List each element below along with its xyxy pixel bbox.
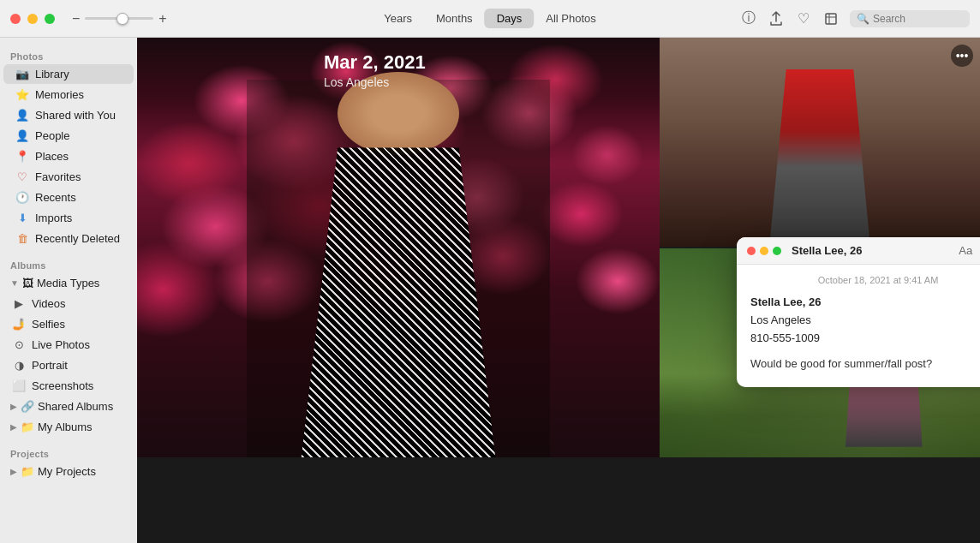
search-icon: 🔍: [857, 13, 869, 25]
my-albums-arrow: ▶: [10, 422, 17, 432]
note-title: Stella Lee, 26: [792, 244, 952, 257]
sidebar-item-people[interactable]: 👤 People: [3, 126, 134, 146]
search-input[interactable]: [873, 13, 963, 25]
sidebar-label-favorites: Favorites: [35, 170, 81, 183]
side-photo-1[interactable]: •••: [660, 38, 980, 247]
sidebar-item-imports[interactable]: ⬇ Imports: [3, 208, 134, 228]
sidebar-label-portrait: Portrait: [32, 359, 68, 372]
close-button[interactable]: [10, 14, 21, 24]
minimize-button[interactable]: [27, 14, 38, 24]
sidebar-label-live-photos: Live Photos: [32, 338, 90, 351]
sidebar: Photos 📷 Library ⭐ Memories 👤 Shared wit…: [0, 38, 137, 543]
sidebar-item-shared-albums[interactable]: ▶ 🔗 Shared Albums: [3, 397, 134, 416]
recents-icon: 🕐: [15, 191, 29, 204]
portrait-icon: ◑: [12, 359, 26, 372]
sidebar-item-favorites[interactable]: ♡ Favorites: [3, 167, 134, 187]
sidebar-section-photos: Photos: [0, 46, 137, 63]
toolbar-right: ⓘ ♡ 🔍: [740, 10, 970, 27]
imports-icon: ⬇: [15, 212, 29, 224]
my-projects-icon: 📁: [21, 465, 34, 478]
shared-albums-icon: 🔗: [21, 400, 34, 413]
shared-albums-arrow: ▶: [10, 402, 17, 411]
sidebar-section-projects: Projects: [0, 444, 137, 461]
memories-icon: ⭐: [15, 88, 29, 101]
note-popup: Stella Lee, 26 Aa ≡ >> October 18, 2021 …: [737, 237, 980, 387]
sidebar-item-memories[interactable]: ⭐ Memories: [3, 85, 134, 104]
tab-days[interactable]: Days: [485, 9, 535, 28]
note-body: October 18, 2021 at 9:41 AM Stella Lee, …: [737, 265, 980, 387]
sidebar-item-media-types[interactable]: ▼ 🖼 Media Types: [3, 273, 134, 293]
head: [338, 72, 459, 155]
sidebar-item-recently-deleted[interactable]: 🗑 Recently Deleted: [3, 229, 134, 248]
tab-all-photos[interactable]: All Photos: [534, 9, 608, 28]
note-maximize-button[interactable]: [773, 247, 781, 255]
note-toolbar-icons: Aa ≡ >>: [959, 244, 980, 257]
sidebar-item-shared-with-you[interactable]: 👤 Shared with You: [3, 105, 134, 125]
sidebar-item-screenshots[interactable]: ⬜ Screenshots: [3, 376, 134, 396]
sidebar-label-selfies: Selfies: [32, 318, 65, 331]
dress: [277, 147, 519, 457]
places-icon: 📍: [15, 150, 29, 163]
window-controls: [10, 14, 55, 24]
maximize-button[interactable]: [45, 14, 55, 24]
media-types-icon: 🖼: [22, 277, 33, 289]
sidebar-item-videos[interactable]: ▶ Videos: [3, 294, 134, 313]
note-phone: 810-555-1009: [750, 330, 980, 348]
sidebar-item-selfies[interactable]: 🤳 Selfies: [3, 314, 134, 334]
zoom-minus-icon[interactable]: −: [72, 11, 80, 27]
search-box[interactable]: 🔍: [850, 10, 970, 27]
sidebar-label-videos: Videos: [32, 297, 66, 310]
note-timestamp: October 18, 2021 at 9:41 AM: [750, 275, 980, 285]
sidebar-label-shared-with-you: Shared with You: [35, 109, 116, 122]
sidebar-label-library: Library: [35, 68, 69, 81]
sidebar-label-media-types: Media Types: [37, 277, 99, 289]
note-close-button[interactable]: [747, 247, 756, 255]
sidebar-label-recently-deleted: Recently Deleted: [35, 232, 120, 245]
tab-years[interactable]: Years: [372, 9, 424, 28]
videos-icon: ▶: [12, 297, 26, 310]
sidebar-item-portrait[interactable]: ◑ Portrait: [3, 355, 134, 375]
sidebar-item-recents[interactable]: 🕐 Recents: [3, 188, 134, 207]
sidebar-label-people: People: [35, 129, 69, 142]
sidebar-section-albums: Albums: [0, 255, 137, 272]
sidebar-label-my-albums: My Albums: [38, 421, 93, 433]
note-titlebar: Stella Lee, 26 Aa ≡ >>: [737, 237, 980, 265]
heart-icon[interactable]: ♡: [795, 10, 812, 27]
live-photos-icon: ⊙: [12, 338, 26, 351]
content-area: Mar 2, 2021 Los Angeles: [137, 38, 980, 543]
crop-icon[interactable]: [822, 10, 840, 27]
sidebar-label-shared-albums: Shared Albums: [38, 400, 113, 413]
sidebar-item-live-photos[interactable]: ⊙ Live Photos: [3, 335, 134, 355]
expand-arrow-icon: ▼: [10, 278, 19, 288]
note-city: Los Angeles: [750, 312, 980, 330]
main-photo-art: [137, 38, 660, 457]
note-message: Would be good for summer/fall post?: [750, 355, 980, 373]
share-icon[interactable]: [768, 10, 785, 27]
library-icon: 📷: [15, 68, 29, 81]
recently-deleted-icon: 🗑: [15, 232, 29, 245]
my-projects-arrow: ▶: [10, 467, 17, 476]
zoom-slider[interactable]: [85, 17, 153, 20]
nav-tabs: Years Months Days All Photos: [372, 9, 608, 28]
sidebar-label-recents: Recents: [35, 191, 76, 204]
note-name: Stella Lee, 26: [750, 294, 980, 312]
sidebar-label-my-projects: My Projects: [38, 465, 96, 478]
sidebar-item-library[interactable]: 📷 Library: [3, 64, 134, 84]
note-font-button[interactable]: Aa: [959, 244, 972, 257]
people-icon: 👤: [15, 129, 29, 142]
sidebar-item-my-albums[interactable]: ▶ 📁 My Albums: [3, 417, 134, 437]
sidebar-label-places: Places: [35, 150, 69, 163]
person-body: [247, 80, 550, 457]
main-photo[interactable]: [137, 38, 660, 457]
zoom-plus-icon[interactable]: +: [158, 11, 166, 27]
more-options-button[interactable]: •••: [951, 45, 973, 67]
note-minimize-button[interactable]: [760, 247, 768, 255]
zoom-control: − +: [72, 11, 167, 27]
my-albums-icon: 📁: [21, 421, 34, 433]
info-icon[interactable]: ⓘ: [740, 10, 757, 27]
sidebar-item-my-projects[interactable]: ▶ 📁 My Projects: [3, 462, 134, 481]
sidebar-item-places[interactable]: 📍 Places: [3, 146, 134, 166]
sidebar-label-screenshots: Screenshots: [32, 379, 93, 392]
tab-months[interactable]: Months: [424, 9, 485, 28]
main-layout: Photos 📷 Library ⭐ Memories 👤 Shared wit…: [0, 38, 980, 543]
